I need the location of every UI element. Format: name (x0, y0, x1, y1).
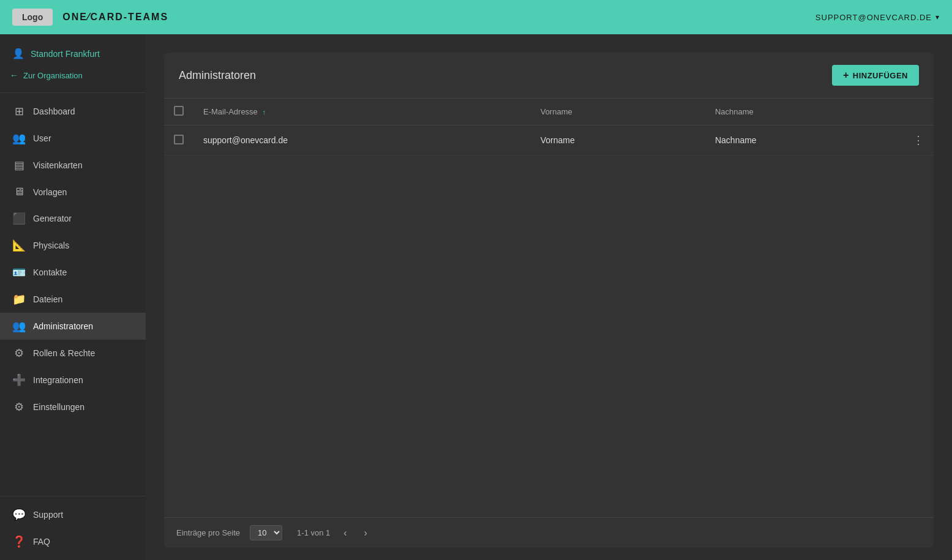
sidebar-label-rollen-rechte: Rollen & Rechte (33, 348, 95, 358)
sidebar: 👤 Standort Frankfurt ← Zur Organisation … (0, 34, 146, 560)
sidebar-item-physicals[interactable]: 📐Physicals (0, 232, 146, 259)
sidebar-label-administratoren: Administratoren (33, 321, 93, 331)
sidebar-label-einstellungen: Einstellungen (33, 402, 84, 412)
card-header: Administratoren + HINZUFÜGEN (164, 53, 934, 99)
sidebar-label-support: Support (33, 510, 63, 520)
table-body: support@onevcard.de Vorname Nachname ⋮ (164, 125, 934, 155)
sidebar-item-dashboard[interactable]: ⊞Dashboard (0, 98, 146, 125)
sidebar-bottom: 💬Support❓FAQ (0, 496, 146, 560)
sort-icon: ↑ (262, 108, 266, 116)
sidebar-back-item[interactable]: ← Zur Organisation (0, 65, 146, 85)
topbar-right[interactable]: SUPPORT@ONEVCARD.DE ▾ (815, 13, 940, 22)
einstellungen-icon: ⚙ (12, 400, 26, 414)
page-title: Administratoren (179, 69, 256, 82)
table-row: support@onevcard.de Vorname Nachname ⋮ (164, 125, 934, 155)
topbar-left: Logo ONE∕CARD-TEAMS (12, 9, 168, 26)
topbar: Logo ONE∕CARD-TEAMS SUPPORT@ONEVCARD.DE … (0, 0, 952, 34)
org-label: Standort Frankfurt (31, 49, 100, 59)
logo: Logo (12, 9, 53, 26)
prev-page-button[interactable]: ‹ (340, 526, 350, 540)
sidebar-item-vorlagen[interactable]: 🖥Vorlagen (0, 179, 146, 205)
rollen-rechte-icon: ⚙ (12, 346, 26, 360)
visitenkarten-icon: ▤ (12, 159, 26, 172)
sidebar-item-dateien[interactable]: 📁Dateien (0, 286, 146, 313)
sidebar-label-vorlagen: Vorlagen (33, 187, 67, 197)
row-email: support@onevcard.de (193, 125, 531, 155)
sidebar-top-section: 👤 Standort Frankfurt ← Zur Organisation (0, 34, 146, 93)
add-button-label: HINZUFÜGEN (853, 71, 908, 80)
plus-icon: + (843, 70, 849, 81)
faq-icon: ❓ (12, 535, 26, 548)
row-checkbox[interactable] (174, 135, 184, 144)
select-all-checkbox[interactable] (174, 106, 184, 116)
table-header: E-Mail-Adresse ↑ Vorname Nachname (164, 99, 934, 125)
pagination: Einträge pro Seite 10 25 50 1-1 von 1 ‹ … (164, 517, 934, 548)
sidebar-label-visitenkarten: Visitenkarten (33, 160, 83, 170)
sidebar-item-generator[interactable]: ⬛Generator (0, 205, 146, 232)
admin-table: E-Mail-Adresse ↑ Vorname Nachname suppor… (164, 99, 934, 155)
sidebar-label-integrationen: Integrationen (33, 375, 83, 385)
sidebar-nav: ⊞Dashboard👥User▤Visitenkarten🖥Vorlagen⬛G… (0, 93, 146, 496)
next-page-button[interactable]: › (361, 526, 371, 540)
sidebar-label-physicals: Physicals (33, 241, 69, 250)
user-email: SUPPORT@ONEVCARD.DE (815, 13, 932, 22)
sidebar-label-user: User (33, 133, 51, 143)
user-icon: 👥 (12, 132, 26, 145)
admin-card: Administratoren + HINZUFÜGEN E-Mail- (164, 53, 934, 548)
org-icon: 👤 (12, 48, 24, 59)
entries-label: Einträge pro Seite (176, 528, 240, 537)
main-content: Administratoren + HINZUFÜGEN E-Mail- (146, 34, 952, 560)
sidebar-item-visitenkarten[interactable]: ▤Visitenkarten (0, 152, 146, 179)
per-page-select[interactable]: 10 25 50 (250, 525, 282, 540)
app-title: ONE∕CARD-TEAMS (62, 12, 168, 23)
main-layout: 👤 Standort Frankfurt ← Zur Organisation … (0, 34, 952, 560)
support-icon: 💬 (12, 508, 26, 521)
sidebar-item-support[interactable]: 💬Support (0, 501, 146, 528)
page-info: 1-1 von 1 (297, 528, 330, 537)
dashboard-icon: ⊞ (12, 105, 26, 118)
table-wrap: E-Mail-Adresse ↑ Vorname Nachname suppor… (164, 99, 934, 517)
row-more-button[interactable]: ⋮ (903, 125, 934, 155)
sidebar-label-dateien: Dateien (33, 294, 62, 304)
select-all-cell (164, 99, 193, 125)
sidebar-label-generator: Generator (33, 214, 72, 223)
sidebar-label-faq: FAQ (33, 537, 50, 547)
sidebar-item-rollen-rechte[interactable]: ⚙Rollen & Rechte (0, 340, 146, 367)
sidebar-org-item[interactable]: 👤 Standort Frankfurt (0, 42, 146, 65)
integrationen-icon: ➕ (12, 373, 26, 387)
sidebar-label-dashboard: Dashboard (33, 106, 75, 116)
row-nachname: Nachname (705, 125, 903, 155)
administratoren-icon: 👥 (12, 319, 26, 333)
row-vorname: Vorname (531, 125, 705, 155)
col-vorname: Vorname (531, 99, 705, 125)
back-icon: ← (10, 70, 18, 80)
sidebar-item-einstellungen[interactable]: ⚙Einstellungen (0, 394, 146, 420)
generator-icon: ⬛ (12, 212, 26, 225)
sidebar-item-integrationen[interactable]: ➕Integrationen (0, 367, 146, 394)
user-menu-dropdown-icon[interactable]: ▾ (935, 13, 940, 21)
sidebar-item-user[interactable]: 👥User (0, 125, 146, 152)
kontakte-icon: 🪪 (12, 266, 26, 279)
sidebar-item-faq[interactable]: ❓FAQ (0, 528, 146, 555)
vorlagen-icon: 🖥 (12, 185, 26, 198)
physicals-icon: 📐 (12, 239, 26, 252)
dateien-icon: 📁 (12, 293, 26, 306)
add-admin-button[interactable]: + HINZUFÜGEN (832, 65, 919, 86)
col-actions (903, 99, 934, 125)
sidebar-item-administratoren[interactable]: 👥Administratoren (0, 313, 146, 340)
sidebar-label-kontakte: Kontakte (33, 267, 67, 277)
back-label: Zur Organisation (23, 71, 83, 80)
sidebar-item-kontakte[interactable]: 🪪Kontakte (0, 259, 146, 286)
row-checkbox-cell (164, 125, 193, 155)
col-nachname: Nachname (705, 99, 903, 125)
col-email: E-Mail-Adresse ↑ (193, 99, 531, 125)
